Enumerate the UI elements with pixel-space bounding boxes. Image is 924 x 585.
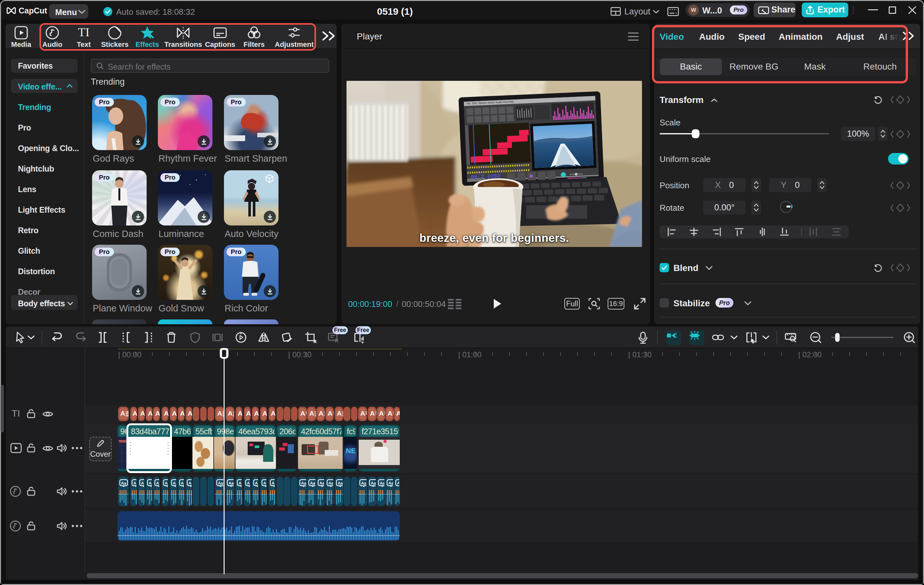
svg-text:Aa: Aa	[165, 481, 168, 486]
svg-text:File: File	[467, 102, 471, 105]
svg-text:Aa: Aa	[380, 481, 384, 486]
svg-text:Aa: Aa	[189, 481, 191, 486]
svg-text:Aa: Aa	[229, 481, 234, 486]
svg-text:Aa: Aa	[247, 481, 250, 486]
svg-text:Aa: Aa	[156, 481, 159, 486]
svg-text:Aa: Aa	[301, 481, 306, 486]
svg-text:Aa: Aa	[310, 481, 315, 486]
svg-text:Options: Options	[478, 101, 487, 105]
svg-text:Aa: Aa	[181, 481, 184, 486]
svg-text:Aa: Aa	[338, 481, 343, 486]
svg-text:Help: Help	[508, 100, 514, 103]
svg-text:Aa: Aa	[173, 481, 176, 486]
svg-text:View: View	[503, 101, 508, 104]
svg-text:Aa: Aa	[134, 481, 136, 486]
svg-text:Aa: Aa	[141, 481, 144, 486]
svg-text:Select: Select	[488, 101, 495, 104]
svg-text:Aa: Aa	[272, 481, 275, 486]
svg-text:Edit: Edit	[472, 102, 477, 105]
svg-text:Aa: Aa	[121, 481, 127, 486]
svg-text:Aa: Aa	[328, 481, 333, 486]
svg-text:Aa: Aa	[397, 481, 399, 486]
svg-text:Aa: Aa	[255, 481, 258, 486]
svg-text:Aa: Aa	[218, 481, 223, 486]
svg-text:Aa: Aa	[389, 481, 393, 486]
svg-text:Aa: Aa	[263, 481, 266, 486]
svg-text:Aa: Aa	[320, 481, 324, 486]
svg-text:Aa: Aa	[149, 481, 152, 486]
svg-text:Aa: Aa	[361, 481, 366, 486]
svg-text:Aa: Aa	[239, 481, 242, 486]
svg-text:Audio: Audio	[496, 101, 502, 104]
svg-text:Aa: Aa	[371, 481, 376, 486]
